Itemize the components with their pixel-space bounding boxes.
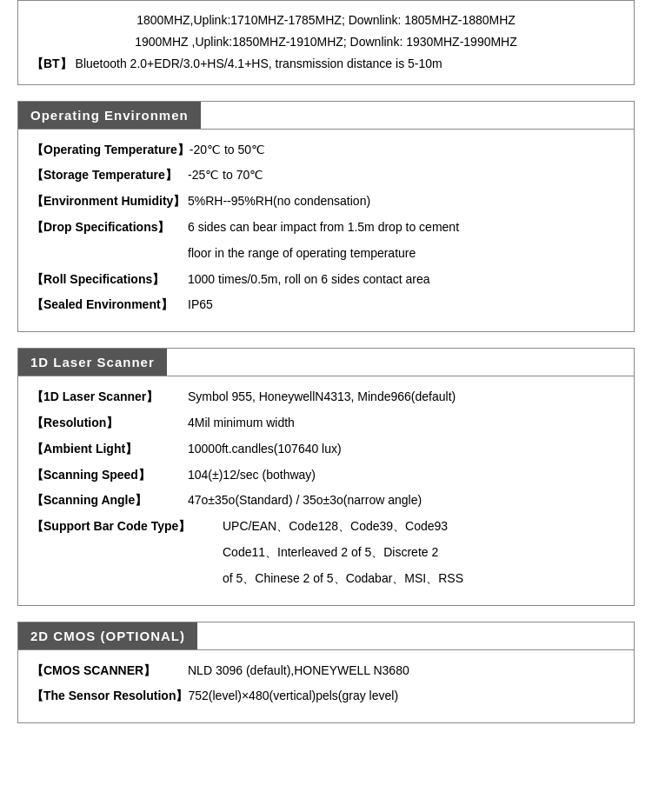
section-title-operating-environment: Operating Environmen bbox=[18, 102, 201, 129]
spec-continuation: Code11、Interleaved 2 of 5、Discrete 2 bbox=[223, 542, 621, 563]
spec-key: 【1D Laser Scanner】 bbox=[31, 387, 188, 408]
spec-key: 【The Sensor Resolution】 bbox=[31, 686, 188, 707]
spec-row: 【Sealed Environment】IP65 bbox=[31, 295, 621, 316]
spec-value: NLD 3096 (default),HONEYWELL N3680 bbox=[188, 661, 621, 682]
freq-line-1: 1800MHZ,Uplink:1710MHZ-1785MHZ; Downlink… bbox=[31, 10, 621, 31]
spec-key: 【CMOS SCANNER】 bbox=[31, 661, 188, 682]
spec-row: 【Storage Temperature】-25℃ to 70℃ bbox=[31, 165, 621, 186]
spec-row: 【Support Bar Code Type】UPC/EAN、Code128、C… bbox=[31, 516, 621, 537]
spec-row: 【CMOS SCANNER】NLD 3096 (default),HONEYWE… bbox=[31, 661, 621, 682]
spec-row: 【Scanning Speed】104(±)12/sec (bothway) bbox=[31, 465, 621, 486]
spec-row: 【Environment Humidity】5%RH--95%RH(no con… bbox=[31, 191, 621, 212]
bt-label: 【BT】 bbox=[31, 57, 72, 70]
spec-row: 【1D Laser Scanner】Symbol 955, HoneywellN… bbox=[31, 387, 621, 408]
section-title-1d-laser-scanner: 1D Laser Scanner bbox=[18, 349, 167, 376]
spec-value: 5%RH--95%RH(no condensation) bbox=[188, 191, 621, 212]
spec-value: 752(level)×480(vertical)pels(gray level) bbox=[188, 686, 621, 707]
section-content-operating-environment: 【Operating Temperature】-20℃ to 50℃【Stora… bbox=[17, 130, 635, 333]
spec-row: 【The Sensor Resolution】752(level)×480(ve… bbox=[31, 686, 621, 707]
spec-key: 【Sealed Environment】 bbox=[31, 295, 188, 316]
section-content-1d-laser-scanner: 【1D Laser Scanner】Symbol 955, HoneywellN… bbox=[17, 376, 635, 605]
spec-key: 【Resolution】 bbox=[31, 413, 188, 434]
spec-value: -25℃ to 70℃ bbox=[188, 165, 621, 186]
spec-continuation: floor in the range of operating temperat… bbox=[188, 243, 621, 264]
bt-value: Bluetooth 2.0+EDR/3.0+HS/4.1+HS, transmi… bbox=[76, 57, 442, 70]
spec-value: 10000ft.candles(107640 lux) bbox=[188, 439, 621, 460]
spec-key: 【Ambient Light】 bbox=[31, 439, 188, 460]
bt-line: 【BT】 Bluetooth 2.0+EDR/3.0+HS/4.1+HS, tr… bbox=[31, 53, 621, 75]
section-2d-cmos: 2D CMOS (OPTIONAL)【CMOS SCANNER】NLD 3096… bbox=[17, 622, 635, 724]
spec-value: IP65 bbox=[188, 295, 621, 316]
spec-value: 4Mil minimum width bbox=[188, 413, 621, 434]
section-operating-environment: Operating Environmen【Operating Temperatu… bbox=[17, 101, 635, 333]
spec-value: 1000 times/0.5m, roll on 6 sides contact… bbox=[188, 270, 621, 290]
spec-key: 【Support Bar Code Type】 bbox=[31, 516, 223, 537]
frequency-section: 1800MHZ,Uplink:1710MHZ-1785MHZ; Downlink… bbox=[17, 0, 635, 85]
spec-row: 【Scanning Angle】47o±35o(Standard) / 35o±… bbox=[31, 490, 621, 511]
spec-row: 【Drop Specifications】6 sides can bear im… bbox=[31, 217, 621, 238]
spec-key: 【Environment Humidity】 bbox=[31, 191, 188, 212]
section-title-2d-cmos: 2D CMOS (OPTIONAL) bbox=[18, 622, 197, 649]
freq-line-2: 1900MHZ ,Uplink:1850MHZ-1910MHZ; Downlin… bbox=[31, 31, 621, 53]
spec-value: 104(±)12/sec (bothway) bbox=[188, 465, 621, 486]
spec-key: 【Drop Specifications】 bbox=[31, 217, 188, 238]
spec-row: 【Ambient Light】10000ft.candles(107640 lu… bbox=[31, 439, 621, 460]
spec-key: 【Storage Temperature】 bbox=[31, 165, 188, 186]
spec-row: 【Roll Specifications】1000 times/0.5m, ro… bbox=[31, 270, 621, 290]
section-content-2d-cmos: 【CMOS SCANNER】NLD 3096 (default),HONEYWE… bbox=[17, 650, 635, 724]
spec-continuation-2: of 5、Chinese 2 of 5、Codabar、MSI、RSS bbox=[223, 569, 621, 589]
spec-value: -20℃ to 50℃ bbox=[190, 140, 621, 161]
spec-key: 【Scanning Angle】 bbox=[31, 490, 188, 511]
spec-row: 【Resolution】4Mil minimum width bbox=[31, 413, 621, 434]
section-title-container-1d-laser-scanner: 1D Laser Scanner bbox=[17, 348, 635, 376]
section-title-container-2d-cmos: 2D CMOS (OPTIONAL) bbox=[17, 622, 635, 650]
spec-value: Symbol 955, HoneywellN4313, Minde966(def… bbox=[188, 387, 621, 408]
spec-key: 【Operating Temperature】 bbox=[31, 140, 190, 161]
section-1d-laser-scanner: 1D Laser Scanner【1D Laser Scanner】Symbol… bbox=[17, 348, 635, 605]
spec-row: 【Operating Temperature】-20℃ to 50℃ bbox=[31, 140, 621, 161]
spec-key: 【Scanning Speed】 bbox=[31, 465, 188, 486]
spec-value: UPC/EAN、Code128、Code39、Code93 bbox=[223, 516, 621, 537]
section-title-container-operating-environment: Operating Environmen bbox=[17, 101, 635, 130]
spec-value: 6 sides can bear impact from 1.5m drop t… bbox=[188, 217, 621, 238]
spec-value: 47o±35o(Standard) / 35o±3o(narrow angle) bbox=[188, 490, 621, 511]
spec-key: 【Roll Specifications】 bbox=[31, 270, 188, 290]
